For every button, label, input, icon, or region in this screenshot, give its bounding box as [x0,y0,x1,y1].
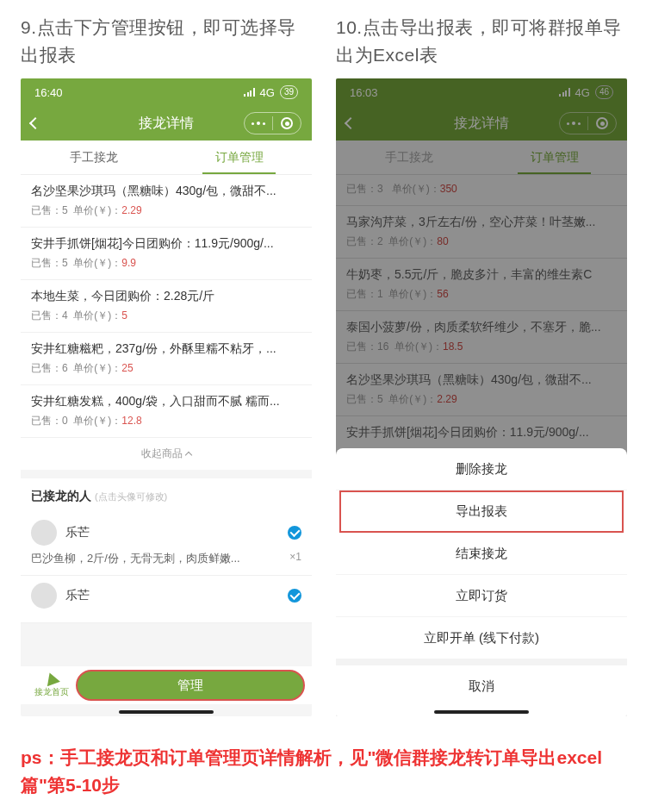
product-item[interactable]: 名沙坚果沙琪玛（黑糖味）430g/包，微甜不...已售：5 单价(￥)：2.29 [21,175,312,228]
product-meta: 已售：4 单价(￥)：5 [31,309,301,323]
person-name: 乐芒 [65,588,288,603]
product-meta: 已售：6 单价(￥)：25 [31,361,301,376]
sheet-open-offline[interactable]: 立即开单 (线下付款) [336,617,627,659]
product-item[interactable]: 安井手抓饼[烟花]今日团购价：11.9元/900g/...已售：5 单价(￥)：… [21,228,312,280]
home-indicator [434,710,529,714]
bottom-bar: 接龙首页 管理 [21,666,312,704]
product-item[interactable]: 安井红糖发糕，400g/袋，入口甜而不腻 糯而...已售：0 单价(￥)：12.… [21,385,312,438]
product-title: 安井手抓饼[烟花]今日团购价：11.9元/900g/... [31,236,301,252]
sheet-delete[interactable]: 删除接龙 [336,448,627,490]
phone-right: 16:03 4G 46 接龙详情 手工接龙 订单管理 [336,78,627,716]
signal-icon [244,88,255,97]
action-sheet: 删除接龙 导出报表 结束接龙 立即订货 立即开单 (线下付款) 取消 [336,448,627,716]
manage-button[interactable]: 管理 [76,670,305,701]
phone-left: 16:40 4G 39 接龙详情 手工接龙 订单管理 [21,78,312,716]
home-indicator [119,710,214,714]
sheet-order-now[interactable]: 立即订货 [336,575,627,617]
close-miniprogram-icon[interactable] [273,112,301,134]
sheet-end[interactable]: 结束接龙 [336,533,627,575]
person-item[interactable]: 乐芒巴沙鱼柳，2斤/份，无骨无刺，肉质鲜嫩...×1 [21,513,312,576]
tab-manual[interactable]: 手工接龙 [21,141,166,174]
header-bar: 接龙详情 [21,106,312,141]
collapse-products[interactable]: 收起商品 [21,438,312,470]
product-title: 本地生菜，今日团购价：2.28元/斤 [31,289,301,304]
clock: 16:40 [34,86,63,99]
step10-caption: 10.点击导出报表，即可将群报单导出为Excel表 [336,14,627,68]
person-detail: 巴沙鱼柳，2斤/份，无骨无刺，肉质鲜嫩...×1 [31,551,301,566]
battery-level: 39 [280,85,298,99]
sheet-export[interactable]: 导出报表 [339,490,624,533]
avatar[interactable] [31,583,57,609]
back-icon[interactable] [29,117,41,129]
product-title: 安井红糖糍粑，237g/份，外酥里糯不粘牙，... [31,341,301,357]
avatar[interactable] [31,520,57,546]
paper-plane-icon [43,671,60,687]
step9-caption: 9.点击下方管理按钮，即可选择导出报表 [21,14,312,68]
person-item[interactable]: 乐芒 [21,576,312,623]
status-bar: 16:40 4G 39 [21,78,312,106]
network-label: 4G [260,86,275,99]
sheet-cancel[interactable]: 取消 [336,665,627,708]
product-title: 名沙坚果沙琪玛（黑糖味）430g/包，微甜不... [31,184,301,199]
product-meta: 已售：0 单价(￥)：12.8 [31,414,301,428]
home-link[interactable]: 接龙首页 [28,672,76,698]
product-item[interactable]: 安井红糖糍粑，237g/份，外酥里糯不粘牙，...已售：6 单价(￥)：25 [21,333,312,385]
tabs: 手工接龙 订单管理 [21,141,312,175]
person-name: 乐芒 [65,525,288,540]
tab-orders[interactable]: 订单管理 [166,141,312,174]
chevron-up-icon [185,452,192,459]
people-header: 已接龙的人 (点击头像可修改) [21,478,312,513]
check-icon [288,589,301,603]
footnote: ps：手工接龙页和订单管理页详情解析，见"微信群接龙转订单导出excel篇"第5… [21,744,625,798]
product-meta: 已售：5 单价(￥)：2.29 [31,203,301,218]
product-item[interactable]: 本地生菜，今日团购价：2.28元/斤已售：4 单价(￥)：5 [21,280,312,333]
product-title: 安井红糖发糕，400g/袋，入口甜而不腻 糯而... [31,394,301,409]
more-icon[interactable] [245,112,272,134]
check-icon [288,526,301,540]
product-meta: 已售：5 单价(￥)：9.9 [31,256,301,271]
